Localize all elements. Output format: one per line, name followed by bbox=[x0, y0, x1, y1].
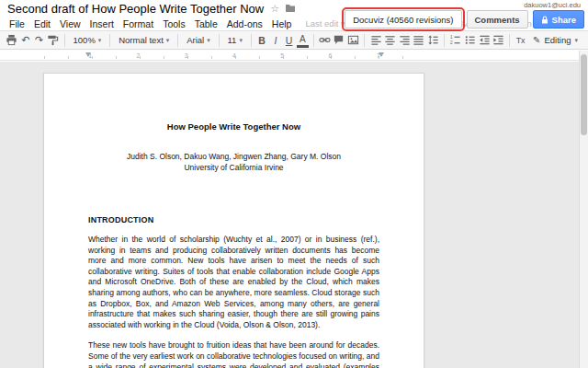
font-size-select[interactable]: 11 ▾ bbox=[224, 33, 246, 48]
menu-tools[interactable]: Tools bbox=[158, 18, 190, 29]
print-icon[interactable] bbox=[6, 33, 18, 48]
styles-value: Normal text bbox=[119, 35, 164, 45]
divider bbox=[509, 34, 510, 47]
ruler-number: 6 bbox=[329, 52, 333, 59]
chevron-down-icon: ▾ bbox=[98, 37, 102, 44]
outdent-icon[interactable] bbox=[478, 33, 491, 48]
share-button[interactable]: Share bbox=[533, 10, 584, 29]
share-lock-icon bbox=[541, 16, 548, 24]
divider bbox=[109, 34, 110, 47]
svg-text:2: 2 bbox=[450, 40, 453, 45]
align-center-icon[interactable] bbox=[384, 33, 397, 48]
bold-button[interactable]: B bbox=[256, 33, 268, 48]
menu-format[interactable]: Format bbox=[119, 18, 158, 29]
clear-formatting-icon[interactable]: Tx bbox=[514, 33, 526, 48]
editing-mode-label: Editing bbox=[544, 35, 571, 45]
ruler-number: 4 bbox=[232, 52, 236, 59]
align-left-icon[interactable] bbox=[369, 33, 382, 48]
ruler-number: 2 bbox=[137, 52, 141, 59]
scrollbar-thumb[interactable] bbox=[581, 54, 587, 135]
docuviz-button[interactable]: Docuviz (40560 revisions) bbox=[345, 10, 461, 29]
menu-table[interactable]: Table bbox=[190, 18, 222, 29]
menu-help[interactable]: Help bbox=[267, 18, 297, 29]
font-size-value: 11 bbox=[228, 35, 237, 45]
page[interactable]: How People Write Together Now Judith S. … bbox=[43, 73, 424, 368]
link-icon[interactable] bbox=[319, 33, 332, 48]
comment-icon[interactable] bbox=[333, 33, 345, 48]
doc-affiliation[interactable]: University of California Irvine bbox=[88, 162, 379, 173]
document-canvas: How People Write Together Now Judith S. … bbox=[0, 62, 588, 368]
comments-button[interactable]: Comments bbox=[467, 10, 528, 29]
header-actions: Docuviz (40560 revisions) Comments Share bbox=[345, 10, 584, 29]
menu-edit[interactable]: Edit bbox=[29, 18, 55, 29]
redo-icon[interactable]: ↷ bbox=[33, 33, 45, 48]
divider bbox=[251, 34, 252, 47]
account-email[interactable]: dakuow1@uci.edu bbox=[524, 1, 581, 9]
editing-mode-button[interactable]: ✎ Editing ▾ bbox=[528, 35, 582, 45]
ruler-number: 5 bbox=[280, 52, 284, 59]
star-icon[interactable]: ☆ bbox=[270, 3, 279, 15]
italic-button[interactable]: I bbox=[270, 33, 282, 48]
font-select[interactable]: Arial ▾ bbox=[183, 33, 214, 48]
doc-authors[interactable]: Judith S. Olson, Dakuo Wang, Jingwen Zha… bbox=[88, 151, 379, 162]
zoom-value: 100% bbox=[74, 35, 96, 45]
menu-file[interactable]: File bbox=[5, 18, 29, 29]
folder-icon[interactable] bbox=[285, 4, 296, 13]
divider bbox=[313, 34, 314, 47]
chevron-down-icon: ▾ bbox=[239, 37, 243, 44]
paint-format-icon[interactable] bbox=[47, 33, 60, 48]
vertical-scrollbar[interactable] bbox=[579, 51, 588, 368]
divider bbox=[64, 34, 65, 47]
right-indent-marker[interactable] bbox=[379, 52, 384, 57]
line-spacing-icon[interactable] bbox=[427, 33, 440, 48]
divider bbox=[177, 34, 178, 47]
chevron-down-icon: ▾ bbox=[166, 37, 170, 44]
chevron-down-icon: ▾ bbox=[207, 37, 210, 44]
font-value: Arial bbox=[187, 35, 204, 45]
left-indent-marker[interactable] bbox=[85, 52, 91, 57]
doc-paragraph[interactable]: Whether in the world of scholarship (Wuc… bbox=[88, 235, 379, 330]
document-title[interactable]: Second draft of How People Write Togethe… bbox=[7, 2, 264, 16]
text-color-button[interactable]: A bbox=[297, 33, 309, 48]
divider bbox=[444, 34, 445, 47]
align-justify-icon[interactable] bbox=[413, 33, 425, 48]
divider bbox=[219, 34, 220, 47]
align-right-icon[interactable] bbox=[398, 33, 411, 48]
ruler-number: 3 bbox=[185, 52, 188, 59]
ruler: 1 2 3 4 5 6 7 bbox=[0, 51, 588, 61]
pencil-icon: ✎ bbox=[533, 35, 540, 45]
menu-view[interactable]: View bbox=[55, 18, 85, 29]
doc-heading[interactable]: How People Write Together Now bbox=[88, 121, 379, 132]
divider bbox=[364, 34, 365, 47]
styles-select[interactable]: Normal text ▾ bbox=[115, 33, 173, 48]
zoom-select[interactable]: 100% ▾ bbox=[70, 33, 106, 48]
svg-text:1: 1 bbox=[450, 35, 453, 40]
numbered-list-icon[interactable]: 12 bbox=[449, 33, 462, 48]
ruler-numbers: 1 2 3 4 5 6 7 bbox=[44, 51, 424, 61]
underline-button[interactable]: U bbox=[283, 33, 295, 48]
indent-icon[interactable] bbox=[492, 33, 505, 48]
doc-paragraph[interactable]: These new tools have brought to fruition… bbox=[88, 340, 379, 368]
doc-section-heading[interactable]: INTRODUCTION bbox=[88, 215, 379, 224]
insert-image-icon[interactable] bbox=[347, 33, 360, 48]
bulleted-list-icon[interactable] bbox=[464, 33, 477, 48]
share-button-label: Share bbox=[552, 15, 576, 25]
chevron-down-icon: ▾ bbox=[574, 37, 578, 44]
menu-insert[interactable]: Insert bbox=[85, 18, 119, 29]
undo-icon[interactable]: ↶ bbox=[20, 33, 32, 48]
toolbar: ↶ ↷ 100% ▾ Normal text ▾ Arial ▾ 11 ▾ B … bbox=[0, 30, 588, 50]
menu-addons[interactable]: Add-ons bbox=[222, 18, 267, 29]
